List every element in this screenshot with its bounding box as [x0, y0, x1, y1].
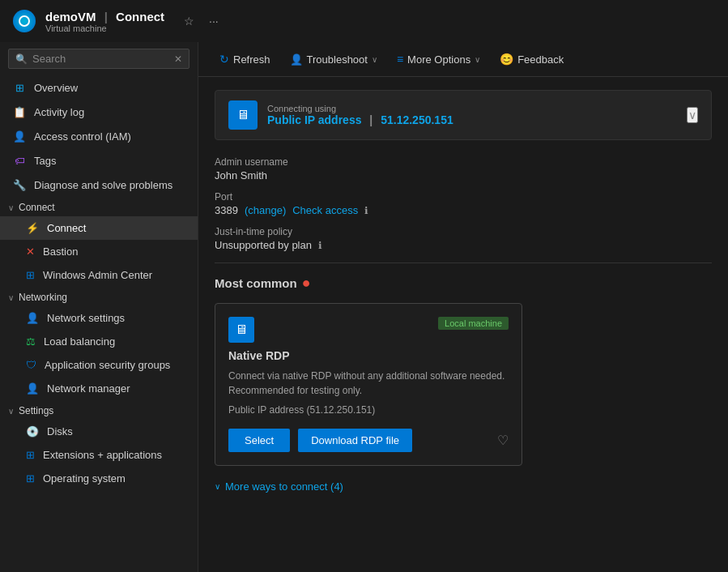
sidebar-item-disks[interactable]: 💿 Disks [0, 420, 198, 443]
troubleshoot-icon: 👤 [290, 53, 303, 66]
conn-separator: | [369, 113, 373, 126]
sidebar-label-tags: Tags [34, 155, 56, 167]
port-info-icon: ℹ [364, 205, 368, 216]
app-logo [13, 10, 36, 32]
rdp-card-header: 🖥 Local machine [228, 317, 509, 343]
sidebar-item-os[interactable]: ⊞ Operating system [0, 467, 198, 490]
check-access-link[interactable]: Check access [292, 204, 358, 216]
sidebar-label-network-manager: Network manager [47, 382, 130, 395]
overview-icon: ⊞ [13, 81, 26, 94]
rdp-card-actions: Select Download RDP file ♡ [228, 429, 509, 452]
activity-log-icon: 📋 [13, 105, 26, 118]
settings-section-label: Settings [19, 405, 53, 416]
sidebar-item-tags[interactable]: 🏷 Tags [0, 148, 198, 173]
refresh-label: Refresh [233, 53, 270, 66]
sidebar-item-windows-admin[interactable]: ⊞ Windows Admin Center [0, 263, 198, 287]
sidebar-label-access-control: Access control (IAM) [34, 130, 131, 143]
diagnose-icon: 🔧 [13, 178, 26, 191]
sidebar-label-network-settings: Network settings [47, 312, 125, 324]
connect-section-header[interactable]: ∨ Connect [0, 197, 198, 216]
search-icon: 🔍 [15, 53, 28, 65]
page-subtitle: Virtual machine [45, 23, 164, 33]
content-area: ↻ Refresh 👤 Troubleshoot ∨ ≡ More Option… [198, 42, 728, 572]
sidebar-label-overview: Overview [34, 82, 78, 94]
rdp-card: 🖥 Local machine Native RDP Connect via n… [215, 303, 522, 466]
favorite-button[interactable]: ☆ [181, 11, 198, 31]
sidebar-label-os: Operating system [43, 472, 126, 484]
sidebar-label-windows-admin: Windows Admin Center [43, 269, 152, 281]
more-options-label: More Options [407, 53, 470, 66]
sidebar-item-bastion[interactable]: ✕ Bastion [0, 240, 198, 263]
more-options-button[interactable]: ··· [206, 11, 222, 31]
refresh-icon: ↻ [219, 53, 229, 66]
sidebar-label-diagnose: Diagnose and solve problems [34, 179, 172, 191]
sidebar-item-connect[interactable]: ⚡ Connect [0, 216, 198, 240]
feedback-icon: 😊 [500, 53, 513, 66]
header-title: demoVM | Connect Virtual machine [45, 10, 164, 33]
troubleshoot-button[interactable]: 👤 Troubleshoot ∨ [282, 49, 385, 70]
bastion-icon: ✕ [26, 245, 35, 258]
favorite-rdp-button[interactable]: ♡ [497, 433, 509, 448]
search-input[interactable] [32, 53, 169, 65]
sidebar-item-overview[interactable]: ⊞ Overview [0, 75, 198, 100]
sidebar-label-activity-log: Activity log [34, 106, 84, 118]
troubleshoot-label: Troubleshoot [307, 53, 368, 66]
troubleshoot-chevron: ∨ [372, 55, 377, 64]
sidebar-item-load-balancing[interactable]: ⚖ Load balancing [0, 330, 198, 353]
sidebar-item-activity-log[interactable]: 📋 Activity log [0, 100, 198, 124]
extensions-icon: ⊞ [26, 449, 35, 461]
rdp-card-icon-area: 🖥 [228, 317, 254, 343]
rdp-monitor-icon: 🖥 [235, 322, 248, 337]
connection-detail: Public IP address | 51.12.250.151 [267, 113, 453, 126]
search-box: 🔍 ✕ [8, 49, 189, 69]
rdp-card-ip: Public IP address (51.12.250.151) [228, 404, 509, 416]
access-control-icon: 👤 [13, 130, 26, 143]
settings-section-header[interactable]: ∨ Settings [0, 400, 198, 420]
windows-admin-icon: ⊞ [26, 269, 35, 281]
settings-chevron-icon: ∨ [8, 407, 14, 416]
page-title: demoVM | Connect [45, 10, 164, 23]
rdp-icon: 🖥 [228, 317, 254, 343]
connection-header-card: 🖥 Connecting using Public IP address | 5… [215, 90, 712, 140]
connection-ip: 51.12.250.151 [381, 113, 453, 126]
app-security-icon: 🛡 [26, 359, 36, 371]
more-options-chevron: ∨ [475, 55, 480, 64]
port-value: 3389 [215, 204, 238, 216]
networking-section-header[interactable]: ∨ Networking [0, 287, 198, 306]
connect-chevron-icon: ∨ [8, 203, 14, 212]
sidebar: 🔍 ✕ ⊞ Overview 📋 Activity log 👤 Access c… [0, 42, 198, 572]
sidebar-item-network-manager[interactable]: 👤 Network manager [0, 377, 198, 400]
os-icon: ⊞ [26, 472, 35, 484]
connect-icon: ⚡ [26, 222, 39, 234]
select-button[interactable]: Select [228, 429, 290, 452]
networking-section-label: Networking [19, 292, 67, 303]
jit-value: Unsupported by plan [215, 239, 312, 251]
sidebar-item-network-settings[interactable]: 👤 Network settings [0, 306, 198, 330]
monitor-icon: 🖥 [236, 108, 249, 122]
feedback-button[interactable]: 😊 Feedback [492, 49, 572, 70]
feedback-label: Feedback [517, 53, 564, 66]
more-options-icon: ≡ [397, 53, 403, 66]
sidebar-item-app-security-groups[interactable]: 🛡 Application security groups [0, 353, 198, 377]
connection-info: Connecting using Public IP address | 51.… [267, 104, 453, 126]
sidebar-item-extensions[interactable]: ⊞ Extensions + applications [0, 443, 198, 467]
more-ways-section[interactable]: ∨ More ways to connect (4) [215, 480, 712, 493]
port-section: Port 3389 (change) Check access ℹ [215, 191, 712, 216]
app-logo-inner [19, 15, 30, 27]
vm-name: demoVM [45, 10, 96, 23]
admin-username-section: Admin username John Smith [215, 156, 712, 181]
search-clear-button[interactable]: ✕ [174, 53, 182, 65]
sidebar-item-access-control[interactable]: 👤 Access control (IAM) [0, 124, 198, 148]
port-change-link[interactable]: (change) [245, 204, 286, 216]
jit-inline: Unsupported by plan ℹ [215, 239, 712, 251]
connection-expand-button[interactable]: ∨ [687, 107, 698, 123]
disks-icon: 💿 [26, 425, 39, 438]
more-options-button[interactable]: ≡ More Options ∨ [389, 49, 488, 70]
top-header: demoVM | Connect Virtual machine ☆ ··· [0, 0, 728, 42]
sidebar-label-app-security-groups: Application security groups [45, 359, 170, 371]
refresh-button[interactable]: ↻ Refresh [211, 49, 279, 70]
download-rdp-button[interactable]: Download RDP file [298, 429, 412, 452]
connection-type-icon: 🖥 [228, 100, 258, 130]
sidebar-item-diagnose[interactable]: 🔧 Diagnose and solve problems [0, 173, 198, 197]
more-ways-label: More ways to connect (4) [225, 480, 343, 493]
